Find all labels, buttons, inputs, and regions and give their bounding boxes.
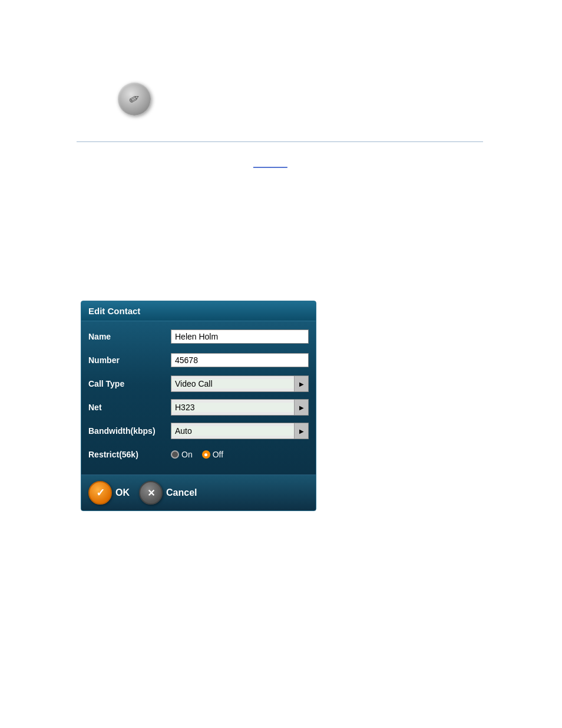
bandwidth-arrow-icon[interactable]: ▶ — [294, 423, 308, 439]
call-type-value: Video Call — [171, 379, 294, 388]
net-select[interactable]: H323 ▶ — [171, 399, 309, 416]
net-arrow-icon[interactable]: ▶ — [294, 400, 308, 415]
name-label: Name — [88, 332, 171, 341]
restrict-off-label: Off — [213, 450, 223, 459]
number-label: Number — [88, 355, 171, 365]
ok-button[interactable]: OK — [88, 481, 130, 505]
net-row: Net H323 ▶ — [88, 398, 309, 417]
net-value: H323 — [171, 403, 294, 412]
restrict-off-option[interactable]: Off — [202, 450, 223, 459]
restrict-label: Restrict(56k) — [88, 450, 171, 459]
net-label: Net — [88, 403, 171, 412]
call-type-arrow-icon[interactable]: ▶ — [294, 376, 308, 391]
restrict-off-radio[interactable] — [202, 450, 210, 459]
bandwidth-select[interactable]: Auto ▶ — [171, 423, 309, 439]
restrict-radio-group: On Off — [171, 450, 223, 459]
restrict-on-radio[interactable] — [171, 450, 179, 459]
edit-contact-dialog: Edit Contact Name Number Call Type Video… — [81, 301, 316, 511]
name-row: Name — [88, 327, 309, 346]
cancel-x-icon — [139, 481, 163, 505]
call-type-label: Call Type — [88, 379, 171, 388]
ok-check-icon — [88, 481, 112, 505]
dialog-footer: OK Cancel — [81, 475, 316, 510]
name-input[interactable] — [171, 330, 309, 344]
bandwidth-row: Bandwidth(kbps) Auto ▶ — [88, 421, 309, 440]
dialog-title: Edit Contact — [81, 301, 316, 321]
call-type-select[interactable]: Video Call ▶ — [171, 375, 309, 392]
ok-label: OK — [115, 487, 130, 498]
edit-icon[interactable] — [118, 83, 151, 116]
bandwidth-label: Bandwidth(kbps) — [88, 426, 171, 436]
number-input[interactable] — [171, 353, 309, 367]
restrict-on-label: On — [181, 450, 193, 459]
link-text[interactable]: ________ — [253, 159, 287, 168]
edit-icon-area — [118, 83, 151, 116]
cancel-button[interactable]: Cancel — [139, 481, 197, 505]
divider-line — [77, 141, 483, 142]
bandwidth-value: Auto — [171, 426, 294, 436]
number-row: Number — [88, 351, 309, 370]
call-type-row: Call Type Video Call ▶ — [88, 374, 309, 393]
restrict-on-option[interactable]: On — [171, 450, 193, 459]
cancel-label: Cancel — [166, 487, 197, 498]
restrict-row: Restrict(56k) On Off — [88, 445, 309, 464]
dialog-body: Name Number Call Type Video Call ▶ Net H… — [81, 321, 316, 475]
